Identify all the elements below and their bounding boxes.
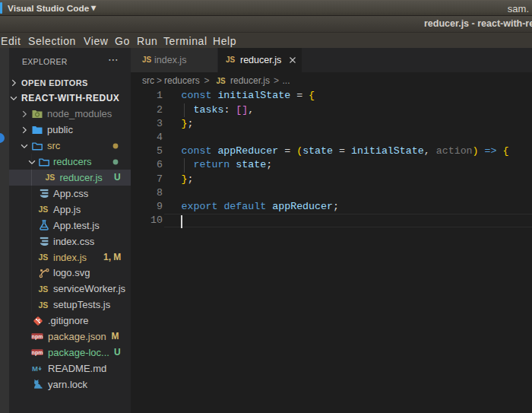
svg-text:M: M (32, 364, 38, 373)
svg-text:npm: npm (32, 334, 43, 340)
svg-text:npm: npm (32, 350, 43, 356)
